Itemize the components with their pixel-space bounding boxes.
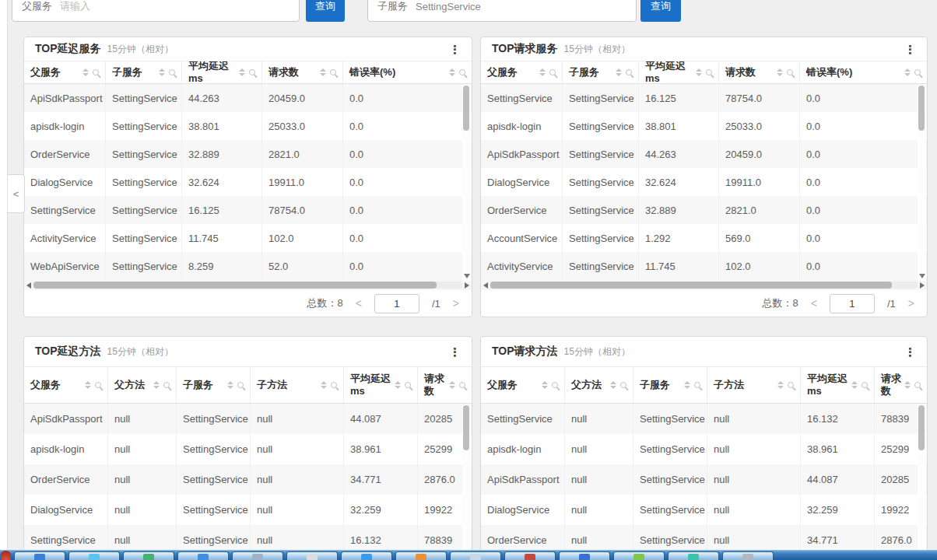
page-number-input[interactable]: [830, 294, 875, 313]
taskbar-button[interactable]: [395, 551, 447, 560]
taskbar-button[interactable]: [450, 551, 501, 560]
page-number-input[interactable]: [374, 294, 419, 313]
query-button-parent[interactable]: 查询: [306, 0, 345, 22]
table-row[interactable]: apisdk-loginSettingService38.80125033.00…: [24, 112, 472, 140]
search-icon[interactable]: [552, 382, 558, 388]
sidebar-collapse-button[interactable]: <: [8, 174, 25, 213]
sort-icon[interactable]: [851, 381, 858, 389]
scrollbar-thumb[interactable]: [33, 282, 437, 289]
table-row[interactable]: ActivityServiceSettingService11.745102.0…: [24, 224, 472, 252]
scroll-down-arrow-icon[interactable]: [464, 274, 470, 278]
table-row[interactable]: ActivityServiceSettingService11.745102.0…: [481, 252, 927, 280]
table-row[interactable]: SettingServiceSettingService16.12578754.…: [481, 84, 927, 112]
parent-service-input[interactable]: 父服务 请输入: [12, 0, 300, 22]
table-row[interactable]: DialogServicenullSettingServicenull32.25…: [481, 495, 927, 525]
sort-icon[interactable]: [616, 68, 622, 76]
search-icon[interactable]: [626, 69, 632, 75]
taskbar-button[interactable]: [341, 551, 392, 560]
taskbar-button[interactable]: [68, 551, 120, 560]
search-icon[interactable]: [249, 69, 255, 75]
search-icon[interactable]: [169, 69, 175, 75]
sort-icon[interactable]: [610, 381, 616, 389]
scrollbar-thumb[interactable]: [490, 282, 892, 289]
search-icon[interactable]: [237, 382, 244, 388]
taskbar-button[interactable]: [177, 551, 229, 560]
taskbar-button[interactable]: [286, 551, 338, 560]
search-icon[interactable]: [459, 382, 465, 388]
search-icon[interactable]: [694, 382, 700, 388]
scrollbar-thumb[interactable]: [918, 86, 925, 131]
start-button-icon[interactable]: [1, 551, 11, 560]
search-icon[interactable]: [788, 382, 794, 388]
table-row[interactable]: ApiSdkPassportnullSettingServicenull44.0…: [24, 404, 472, 434]
search-icon[interactable]: [163, 382, 170, 388]
sort-icon[interactable]: [153, 381, 160, 389]
search-icon[interactable]: [914, 69, 921, 75]
table-row[interactable]: SettingServicenullSettingServicenull16.1…: [481, 404, 927, 434]
sort-icon[interactable]: [542, 381, 548, 389]
sort-icon[interactable]: [904, 68, 911, 76]
scrollbar-thumb[interactable]: [918, 405, 925, 450]
table-row[interactable]: apisdk-loginnullSettingServicenull38.961…: [24, 434, 472, 464]
table-row[interactable]: apisdk-loginnullSettingServicenull38.961…: [481, 434, 927, 464]
scrollbar-track[interactable]: [33, 282, 462, 289]
table-row[interactable]: ApiSdkPassportnullSettingServicenull44.0…: [481, 464, 927, 495]
sort-icon[interactable]: [696, 68, 702, 76]
next-page-button[interactable]: >: [908, 297, 914, 310]
more-menu-icon[interactable]: ⋮: [904, 44, 916, 55]
scroll-down-arrow-icon[interactable]: [919, 274, 925, 278]
taskbar-button[interactable]: [232, 551, 283, 560]
sort-icon[interactable]: [85, 381, 91, 389]
table-row[interactable]: WebApiServiceSettingService8.25952.00.0: [24, 252, 472, 280]
taskbar-button[interactable]: [668, 551, 719, 560]
more-menu-icon[interactable]: ⋮: [449, 346, 461, 358]
sort-icon[interactable]: [904, 381, 911, 389]
scrollbar-thumb[interactable]: [463, 86, 469, 131]
taskbar-button[interactable]: [722, 551, 774, 560]
table-row[interactable]: AccountServiceSettingService1.292569.00.…: [481, 224, 927, 252]
table-row[interactable]: apisdk-loginSettingService38.80125033.00…: [481, 112, 927, 140]
table-row[interactable]: ApiSdkPassportSettingService44.26320459.…: [481, 140, 927, 168]
sort-icon[interactable]: [239, 68, 245, 76]
search-icon[interactable]: [862, 382, 868, 388]
horizontal-scrollbar[interactable]: [481, 280, 927, 290]
next-page-button[interactable]: >: [453, 297, 459, 310]
sort-icon[interactable]: [539, 68, 546, 76]
vertical-scrollbar[interactable]: [918, 85, 926, 281]
scroll-right-arrow-icon[interactable]: [465, 282, 469, 289]
scrollbar-track[interactable]: [490, 282, 918, 289]
table-row[interactable]: OrderServiceSettingService32.8892821.00.…: [24, 140, 472, 168]
sort-icon[interactable]: [777, 381, 784, 389]
search-icon[interactable]: [706, 69, 712, 75]
table-row[interactable]: DialogServiceSettingService32.62419911.0…: [481, 168, 927, 196]
vertical-scrollbar[interactable]: [462, 85, 471, 281]
prev-page-button[interactable]: <: [811, 297, 817, 310]
query-button-child[interactable]: 查询: [640, 0, 681, 22]
search-icon[interactable]: [331, 382, 337, 388]
scroll-right-arrow-icon[interactable]: [920, 282, 925, 289]
vertical-scrollbar[interactable]: [462, 404, 471, 560]
search-icon[interactable]: [330, 69, 336, 75]
vertical-scrollbar[interactable]: [918, 404, 926, 560]
search-icon[interactable]: [914, 382, 921, 388]
search-icon[interactable]: [620, 382, 626, 388]
search-icon[interactable]: [93, 69, 99, 75]
table-row[interactable]: SettingServiceSettingService16.12578754.…: [24, 196, 472, 224]
sort-icon[interactable]: [449, 381, 455, 389]
taskbar-button[interactable]: [559, 551, 610, 560]
table-row[interactable]: OrderServicenullSettingServicenull34.771…: [24, 464, 472, 495]
taskbar-button[interactable]: [14, 551, 65, 560]
search-icon[interactable]: [549, 69, 556, 75]
more-menu-icon[interactable]: ⋮: [449, 44, 461, 55]
prev-page-button[interactable]: <: [356, 297, 362, 310]
taskbar-button[interactable]: [123, 551, 174, 560]
table-row[interactable]: ApiSdkPassportSettingService44.26320459.…: [24, 84, 472, 112]
sort-icon[interactable]: [159, 68, 165, 76]
table-row[interactable]: OrderServiceSettingService32.8892821.00.…: [481, 196, 927, 224]
horizontal-scrollbar[interactable]: [24, 280, 472, 290]
table-row[interactable]: DialogServicenullSettingServicenull32.25…: [24, 495, 472, 525]
search-icon[interactable]: [95, 382, 101, 388]
search-icon[interactable]: [405, 382, 411, 388]
sort-icon[interactable]: [395, 381, 401, 389]
sort-icon[interactable]: [320, 68, 326, 76]
